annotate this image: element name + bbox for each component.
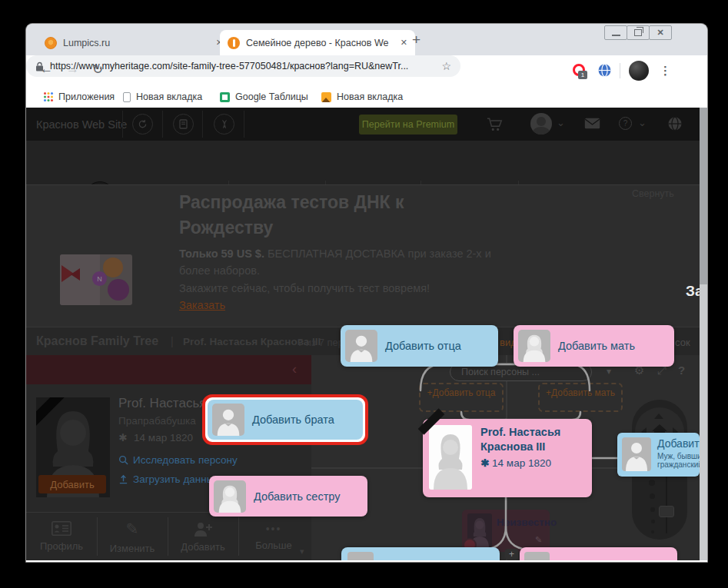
panel-birth: ✱ 14 мар 1820 [118,431,193,443]
bookmark-star-icon[interactable]: ☆ [441,60,451,72]
add-photo-button[interactable]: Добавить [38,475,106,493]
card-name-line2: Краснова III [480,440,560,454]
promo-banner: Свернуть N Распродажа тестов ДНК к Рожде… [26,184,700,327]
add-brother-popup[interactable]: Добавить брата [208,400,363,440]
banner-price-line: Только 59 US $. БЕСПЛАТНАЯ ДОСТАВКА при … [179,247,491,261]
lumpics-favicon [45,37,57,49]
minimize-icon [612,35,620,36]
mail-icon[interactable] [584,118,600,132]
central-person-card[interactable]: Prof. Настасья Краснова III ✱ 14 мар 182… [423,419,592,497]
globe-icon[interactable] [667,116,683,135]
add-spouse-card[interactable]: Добавить Муж, бывший гражданский [617,433,700,477]
card-birth: ✱ 14 мар 1820 [480,457,560,469]
myheritage-favicon [228,37,240,49]
spouse-title: Добавить [657,437,700,450]
banner-title-line2: Рождеству [179,218,273,238]
tab-add[interactable]: Добавить [168,513,238,560]
dna-icon[interactable] [214,114,234,135]
bookmarks-bar: Приложения Новая вкладка Google Таблицы … [26,86,707,108]
list-tab-fragment[interactable]: сок [675,337,690,348]
bottom-card-pink[interactable] [520,547,677,560]
chevron-down-icon[interactable]: ⌄ [638,117,647,128]
upload-icon [118,474,128,484]
tab-lumpics[interactable]: Lumpics.ru ✕ [37,30,231,55]
tab-myheritage-active[interactable]: Семейное дерево - Краснов We ✕ [220,30,415,55]
apps-grid-icon [44,92,53,101]
site-header: Краснов Web Site Перейти на Premium ⌄ [26,108,700,141]
browser-toolbar: ← → ↻ https://www.myheritage.com/site-fa… [26,55,707,86]
add-person-icon [193,521,213,537]
page-scrollbar[interactable] [700,108,707,560]
chevron-down-icon[interactable]: ⌄ [557,117,565,128]
add-father-popup[interactable]: Добавить отца [341,325,498,367]
premium-button[interactable]: Перейти на Premium [359,115,457,135]
back-button[interactable]: ← [40,61,53,77]
add-partner-plus-button[interactable]: + [505,549,518,560]
research-person-link[interactable]: Исследовать персону [118,454,238,466]
banner-collapse-link[interactable]: Свернуть [632,188,674,199]
tab-strip: ✕ Lumpics.ru ✕ Семейное дерево - Краснов… [26,24,707,55]
collapse-panel-icon[interactable]: ‹ [292,361,297,377]
tab-edit[interactable]: ✎ Изменить [97,513,168,560]
reload-button[interactable]: ↻ [92,61,103,78]
avatar [347,552,374,560]
bookmark-new-tab[interactable]: Новая вкладка [123,89,202,105]
tab-close-icon[interactable]: ✕ [401,38,407,48]
site-nav: Домашняя Древо Открытия ДНК Исследование [26,141,700,184]
more-dots-icon: ••• [266,523,282,535]
toolbar-divider [620,63,620,78]
birth-star-icon: ✱ [118,432,127,443]
cart-icon[interactable] [487,117,504,135]
panel-header-bar: ‹ [26,355,311,384]
sync-icon[interactable] [132,114,153,135]
bookmark-new-tab-2[interactable]: Новая вкладка [321,89,403,105]
tab-profile[interactable]: Профиль [26,513,97,560]
banner-title-line1: Распродажа тестов ДНК к [179,192,404,213]
avatar [524,552,550,560]
journal-icon[interactable] [173,114,194,135]
globe-extension-icon[interactable] [598,64,611,80]
add-sister-popup[interactable]: Добавить сестру [209,476,367,517]
bookmark-apps[interactable]: Приложения [44,89,115,105]
window-minimize-button[interactable] [604,25,627,40]
maximize-icon [634,29,642,36]
help-icon[interactable]: ? [619,117,632,130]
panel-expand-icon[interactable]: ▾ [300,546,304,556]
address-bar[interactable]: https://www.myheritage.com/site-family-t… [26,55,460,77]
page-icon [123,92,131,102]
chrome-menu-icon[interactable]: ⋮ [660,64,671,78]
extension-badge: 1 [578,71,587,79]
page-content: Краснов Web Site Перейти на Premium ⌄ [26,108,700,560]
highlight-ring: Добавить брата [202,394,368,445]
bookmark-google-sheets[interactable]: Google Таблицы [220,89,308,105]
account-avatar[interactable] [530,113,552,135]
birth-star-icon: ✱ [480,457,489,469]
scrollbar-thumb[interactable] [700,108,707,284]
dna-kit-image: N [60,254,132,305]
bottom-card-blue[interactable] [341,547,500,560]
profile-avatar[interactable] [629,61,649,81]
site-name: Краснов Web Site [36,118,127,131]
close-icon: ✕ [657,28,663,38]
male-avatar [345,330,377,362]
male-avatar [622,437,651,471]
tree-name: Краснов Family Tree [36,334,158,348]
add-mother-popup[interactable]: Добавить мать [514,325,674,367]
person-photo [429,425,472,490]
window-close-button[interactable]: ✕ [649,25,672,40]
id-card-icon [52,521,71,536]
new-tab-button[interactable]: + [412,32,421,48]
panel-relation: Прапрабабушка [118,415,196,427]
banner-shipping-line2: более наборов. [179,264,260,277]
tab-more[interactable]: ••• Больше [238,513,309,560]
order-link[interactable]: Заказать [179,299,225,311]
forward-button[interactable]: → [66,61,79,77]
banner-cta-line: Закажите сейчас, чтобы получить тест вов… [179,282,430,294]
opera-extension-icon[interactable]: 1 [573,64,585,76]
search-icon [118,455,128,465]
window-maximize-button[interactable] [627,25,650,40]
url-text: https://www.myheritage.com/site-family-t… [50,61,435,71]
person-counter: 7 из 7 пер [298,337,344,348]
browser-window: ✕ Lumpics.ru ✕ Семейное дерево - Краснов… [26,24,707,562]
sheets-icon [220,92,230,102]
